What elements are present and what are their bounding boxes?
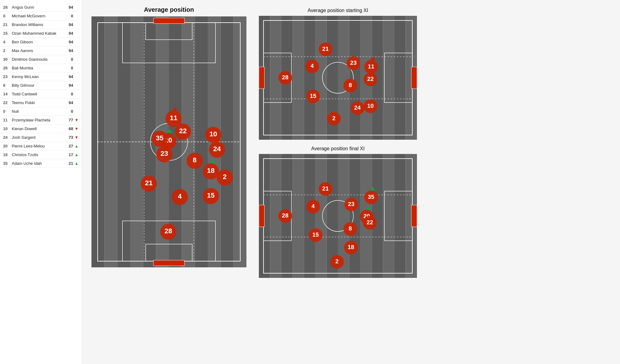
final-xi-title: Average position final XI <box>311 146 365 151</box>
player-dot: 4 <box>172 189 188 205</box>
player-name-label: Przemysław Placheta <box>12 118 64 122</box>
player-dot: 8 <box>343 222 357 236</box>
player-dot: 2 <box>327 112 341 125</box>
player-minutes: 0 <box>64 57 73 62</box>
player-number: 0 <box>3 14 12 18</box>
player-minutes: 73 <box>64 135 73 140</box>
arrow-up-icon: ▲ <box>74 152 79 157</box>
player-name-label: Michael McGovern <box>12 14 64 18</box>
player-row: 0Michael McGovern0 <box>0 12 82 20</box>
svg-text:8: 8 <box>193 156 197 164</box>
player-minutes: 77 <box>64 118 73 122</box>
player-dot: 23 <box>344 198 358 211</box>
player-row: 2Max Aarons94 <box>0 46 82 55</box>
player-name-label: Pierre Lees-Melou <box>12 144 64 148</box>
svg-text:11: 11 <box>170 114 178 122</box>
player-minutes: 94 <box>64 100 73 105</box>
player-dot: 4 <box>306 200 320 213</box>
starting-xi-title: Average position starting XI <box>308 8 368 13</box>
player-number: 10 <box>3 126 12 131</box>
player-row: 24Josh Sargent73▼ <box>0 133 82 142</box>
arrow-up-icon: ▲ <box>74 144 79 148</box>
svg-text:11: 11 <box>368 63 374 70</box>
player-dot: 21 <box>141 176 157 192</box>
player-name-label: Null <box>12 109 64 114</box>
svg-text:22: 22 <box>179 127 187 135</box>
svg-text:18: 18 <box>207 167 215 174</box>
player-row: 4Ben Gibson94 <box>0 38 82 46</box>
svg-rect-117 <box>259 205 264 227</box>
player-name-label: Kenny McLean <box>12 74 64 79</box>
player-number: 21 <box>3 22 12 27</box>
player-name-label: Angus Gunn <box>12 5 64 10</box>
svg-rect-58 <box>293 16 304 140</box>
svg-text:23: 23 <box>350 59 357 66</box>
player-row: 26Bali Mumba0 <box>0 64 82 72</box>
svg-text:35: 35 <box>368 194 374 200</box>
player-name-label: Ben Gibson <box>12 40 64 44</box>
player-number: 35 <box>3 161 12 166</box>
player-name-label: Billy Gilmour <box>12 83 64 88</box>
player-dot: 18 <box>344 241 358 254</box>
svg-rect-60 <box>315 16 326 140</box>
player-dot: 21 <box>319 42 332 56</box>
player-name-label: Max Aarons <box>12 48 64 53</box>
svg-rect-74 <box>411 67 417 89</box>
svg-text:8: 8 <box>349 82 352 88</box>
player-dot: 28 <box>278 71 292 85</box>
svg-text:2: 2 <box>332 115 335 121</box>
svg-text:21: 21 <box>322 185 329 192</box>
player-row: 21Brandon Williams94 <box>0 20 82 29</box>
player-number: 18 <box>3 152 12 157</box>
svg-rect-119 <box>411 205 417 227</box>
svg-rect-104 <box>304 154 315 278</box>
player-dot: 23 <box>347 56 360 70</box>
player-dot: 22 <box>175 124 191 140</box>
svg-rect-112 <box>394 154 405 278</box>
player-row: 22Teemu Pukki94 <box>0 99 82 107</box>
starting-xi-container: Average position starting XI 28214152238… <box>259 8 417 140</box>
player-number: 14 <box>3 92 12 96</box>
player-number: 11 <box>3 118 12 122</box>
player-dot: 35 <box>152 131 168 147</box>
player-dot: 21 <box>319 182 332 196</box>
svg-rect-111 <box>383 154 394 278</box>
svg-text:21: 21 <box>322 46 329 52</box>
player-number: 2 <box>3 48 12 53</box>
player-number: 28 <box>3 5 12 10</box>
player-dot: 15 <box>203 188 219 204</box>
svg-text:15: 15 <box>310 93 317 99</box>
player-row: 23Kenny McLean94 <box>0 72 82 81</box>
player-number: 22 <box>3 100 12 105</box>
player-row: 14Todd Cantwell0 <box>0 90 82 99</box>
svg-rect-66 <box>383 16 394 140</box>
player-row: 28Angus Gunn94 <box>0 3 82 12</box>
player-number: 8 <box>3 83 12 88</box>
starting-xi-svg: 2821415223811222410 <box>259 16 417 140</box>
player-name-label: Adam Uche Idah <box>12 161 64 166</box>
player-row: 18Christos Tzolis17▲ <box>0 151 82 159</box>
player-minutes: 68 <box>64 126 73 131</box>
player-row: 15Ozan Muhammed Kabak94 <box>0 29 82 38</box>
svg-text:24: 24 <box>213 145 221 153</box>
center-pitch-title: Average position <box>144 6 194 13</box>
player-name-label: Ozan Muhammed Kabak <box>12 31 64 36</box>
player-minutes: 21 <box>64 161 73 166</box>
player-minutes: 94 <box>64 48 73 53</box>
player-row: 10Kieran Dowell68▼ <box>0 125 82 133</box>
svg-text:2: 2 <box>335 258 339 265</box>
svg-text:28: 28 <box>165 227 172 235</box>
final-xi-container: Average position final XI 28214152238182… <box>259 146 417 278</box>
svg-text:23: 23 <box>348 201 355 207</box>
svg-text:10: 10 <box>210 130 217 138</box>
player-name-label: Bali Mumba <box>12 66 64 70</box>
arrow-down-icon: ▼ <box>74 118 79 122</box>
player-dot: 15 <box>309 228 322 242</box>
player-row: 8Billy Gilmour94 <box>0 81 82 90</box>
svg-text:21: 21 <box>145 179 153 187</box>
player-minutes: 27 <box>64 144 73 148</box>
svg-rect-67 <box>394 16 405 140</box>
player-number: 24 <box>3 135 12 140</box>
right-pitches: Average position starting XI 28214152238… <box>259 8 417 278</box>
arrow-down-icon: ▼ <box>74 126 79 131</box>
